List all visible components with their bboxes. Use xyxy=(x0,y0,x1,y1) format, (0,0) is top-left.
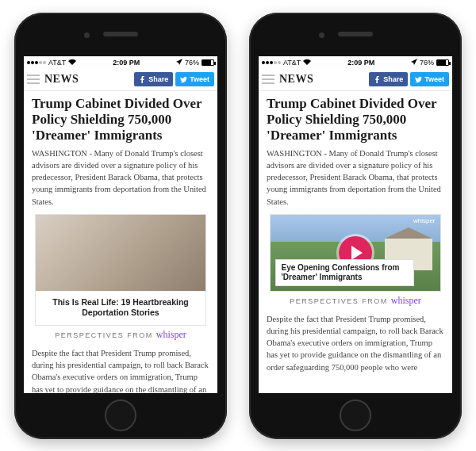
signal-dots-icon xyxy=(27,61,46,64)
status-bar: AT&T 2:09 PM 76% xyxy=(24,56,217,69)
appbar-left: NEWS xyxy=(262,73,313,86)
article-body: Trump Cabinet Divided Over Policy Shield… xyxy=(259,91,452,393)
article-body-text: Despite the fact that President Trump pr… xyxy=(32,347,209,392)
tweet-label: Tweet xyxy=(424,75,444,83)
wifi-icon xyxy=(68,59,76,67)
status-left: AT&T xyxy=(27,59,76,67)
whisper-brand: whisper xyxy=(156,329,186,340)
article-lede: WASHINGTON - Many of Donald Trump's clos… xyxy=(32,147,209,208)
hamburger-icon[interactable] xyxy=(262,75,274,84)
camera-dot xyxy=(319,32,324,38)
appbar-right: Share Tweet xyxy=(369,72,449,86)
location-icon xyxy=(411,59,417,67)
article-body-text: Despite the fact that President Trump pr… xyxy=(267,313,444,373)
promo-caption: This Is Real Life: 19 Heartbreaking Depo… xyxy=(36,291,205,325)
carrier-label: AT&T xyxy=(283,59,301,67)
twitter-tweet-button[interactable]: Tweet xyxy=(410,72,449,86)
location-icon xyxy=(176,59,182,67)
share-label: Share xyxy=(383,75,403,83)
perspectives-attribution: PERSPECTIVES FROM whisper xyxy=(267,295,444,307)
perspectives-attribution: PERSPECTIVES FROM whisper xyxy=(32,329,209,341)
signal-dots-icon xyxy=(262,61,281,64)
speaker-slot xyxy=(338,32,373,36)
perspectives-prefix: PERSPECTIVES FROM xyxy=(290,297,388,305)
article-headline: Trump Cabinet Divided Over Policy Shield… xyxy=(267,96,444,143)
status-left: AT&T xyxy=(262,59,311,67)
carrier-label: AT&T xyxy=(48,59,66,67)
video-brand-tag: whisper xyxy=(413,217,436,224)
article-lede: WASHINGTON - Many of Donald Trump's clos… xyxy=(267,147,444,208)
twitter-icon xyxy=(415,76,422,83)
promo-image xyxy=(36,215,205,291)
whisper-brand: whisper xyxy=(391,295,421,306)
tweet-label: Tweet xyxy=(190,75,209,83)
battery-icon xyxy=(202,59,214,66)
battery-pct: 76% xyxy=(185,59,199,67)
comparison-stage: AT&T 2:09 PM 76% NEWS xyxy=(0,0,476,451)
speaker-slot xyxy=(103,32,138,36)
promo-video-card[interactable]: whisper Eye Opening Confessions from 'Dr… xyxy=(270,214,440,292)
status-right: 76% xyxy=(411,59,449,67)
promo-video-thumbnail: whisper Eye Opening Confessions from 'Dr… xyxy=(271,215,440,291)
phone-left: AT&T 2:09 PM 76% NEWS xyxy=(14,13,227,439)
phone-right: AT&T 2:09 PM 76% NEWS xyxy=(249,13,462,439)
appbar-right: Share Tweet xyxy=(134,72,214,86)
facebook-icon xyxy=(139,76,146,83)
twitter-tweet-button[interactable]: Tweet xyxy=(175,72,214,86)
video-overlay-title: Eye Opening Confessions from 'Dreamer' I… xyxy=(275,259,414,286)
article-headline: Trump Cabinet Divided Over Policy Shield… xyxy=(32,96,209,143)
section-title: NEWS xyxy=(279,73,313,86)
status-bar: AT&T 2:09 PM 76% xyxy=(259,56,452,69)
home-button[interactable] xyxy=(340,399,371,431)
twitter-icon xyxy=(180,76,187,83)
article-body: Trump Cabinet Divided Over Policy Shield… xyxy=(24,91,217,393)
facebook-share-button[interactable]: Share xyxy=(134,72,173,86)
share-label: Share xyxy=(148,75,168,83)
perspectives-prefix: PERSPECTIVES FROM xyxy=(55,331,153,339)
clock-label: 2:09 PM xyxy=(113,59,140,67)
camera-dot xyxy=(84,32,90,38)
section-title: NEWS xyxy=(44,73,79,86)
battery-icon xyxy=(436,59,449,66)
hamburger-icon[interactable] xyxy=(27,75,40,84)
status-right: 76% xyxy=(176,59,214,67)
app-bar: NEWS Share Tweet xyxy=(259,69,452,91)
screen-right: AT&T 2:09 PM 76% NEWS xyxy=(259,56,452,393)
app-bar: NEWS Share Tweet xyxy=(24,69,217,91)
wifi-icon xyxy=(303,59,311,67)
promo-card[interactable]: This Is Real Life: 19 Heartbreaking Depo… xyxy=(35,214,205,326)
clock-label: 2:09 PM xyxy=(347,59,374,67)
home-button[interactable] xyxy=(105,399,136,431)
screen-left: AT&T 2:09 PM 76% NEWS xyxy=(24,56,217,393)
battery-pct: 76% xyxy=(420,59,434,67)
facebook-icon xyxy=(374,76,381,83)
facebook-share-button[interactable]: Share xyxy=(369,72,408,86)
appbar-left: NEWS xyxy=(27,73,79,86)
